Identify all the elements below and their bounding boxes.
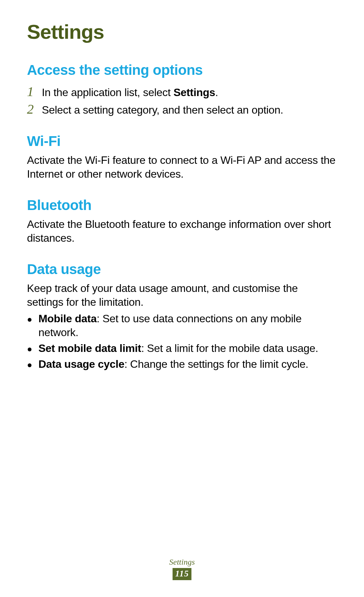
wifi-body: Activate the Wi-Fi feature to connect to… [27,153,337,181]
bullet-text: Data usage cycle: Change the settings fo… [38,357,337,371]
section-heading-bluetooth: Bluetooth [27,197,337,213]
list-item: ● Set mobile data limit: Set a limit for… [27,341,337,355]
step-text: In the application list, select Settings… [42,86,218,100]
footer-label: Settings [0,558,364,567]
section-heading-wifi: Wi-Fi [27,133,337,149]
page-footer: Settings 115 [0,558,364,580]
section-heading-data-usage: Data usage [27,261,337,277]
bullet-icon: ● [27,314,38,325]
data-usage-bullets: ● Mobile data: Set to use data connectio… [27,312,337,371]
page-number: 115 [173,568,192,580]
step-text: Select a setting category, and then sele… [42,103,283,117]
data-usage-body: Keep track of your data usage amount, an… [27,281,337,309]
bullet-text: Mobile data: Set to use data connections… [38,312,337,339]
list-item: ● Data usage cycle: Change the settings … [27,357,337,371]
section-heading-access: Access the setting options [27,62,337,78]
step-number: 2 [27,102,42,116]
access-steps-list: 1 In the application list, select Settin… [27,85,337,117]
bluetooth-body: Activate the Bluetooth feature to exchan… [27,217,337,245]
list-item: 2 Select a setting category, and then se… [27,102,337,117]
step-number: 1 [27,85,42,98]
list-item: ● Mobile data: Set to use data connectio… [27,312,337,339]
page-title: Settings [27,20,337,43]
bullet-icon: ● [27,344,38,355]
bullet-text: Set mobile data limit: Set a limit for t… [38,341,337,355]
list-item: 1 In the application list, select Settin… [27,85,337,100]
bullet-icon: ● [27,359,38,370]
